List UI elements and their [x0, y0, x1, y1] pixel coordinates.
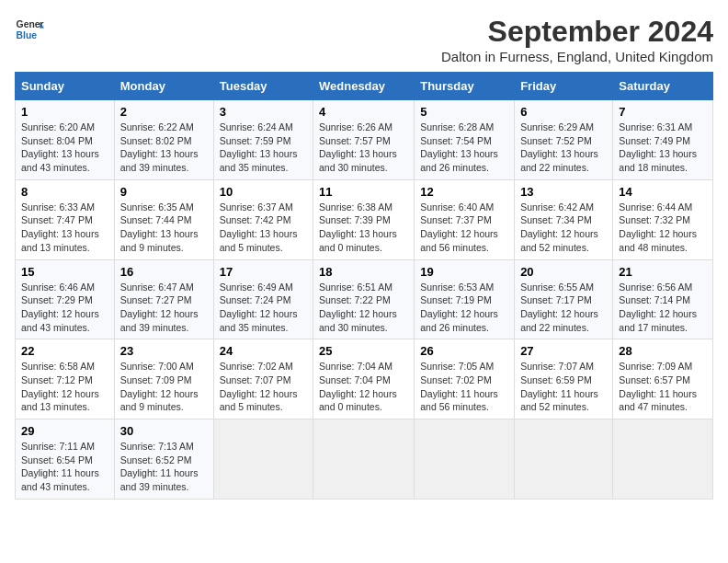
day-info: Sunrise: 6:33 AMSunset: 7:47 PMDaylight:…: [21, 201, 108, 255]
calendar-cell: [515, 419, 613, 500]
day-number: 18: [319, 265, 408, 279]
page-header: General Blue September 2024 Dalton in Fu…: [15, 15, 713, 64]
calendar-cell: 20Sunrise: 6:55 AMSunset: 7:17 PMDayligh…: [515, 259, 613, 339]
calendar-cell: 15Sunrise: 6:46 AMSunset: 7:29 PMDayligh…: [16, 259, 115, 339]
calendar-cell: 24Sunrise: 7:02 AMSunset: 7:07 PMDayligh…: [213, 339, 313, 419]
day-number: 3: [220, 105, 307, 119]
day-number: 19: [420, 265, 508, 279]
calendar-week-row: 1Sunrise: 6:20 AMSunset: 8:04 PMDaylight…: [16, 100, 713, 180]
calendar-cell: 4Sunrise: 6:26 AMSunset: 7:57 PMDaylight…: [313, 100, 415, 180]
calendar-cell: [213, 419, 313, 500]
calendar-week-row: 22Sunrise: 6:58 AMSunset: 7:12 PMDayligh…: [16, 339, 713, 419]
title-area: September 2024 Dalton in Furness, Englan…: [441, 15, 713, 64]
calendar-week-row: 29Sunrise: 7:11 AMSunset: 6:54 PMDayligh…: [16, 419, 713, 500]
column-header-monday: Monday: [114, 73, 213, 100]
day-number: 17: [220, 265, 307, 279]
day-info: Sunrise: 6:49 AMSunset: 7:24 PMDaylight:…: [220, 281, 307, 335]
month-title: September 2024: [441, 15, 713, 49]
day-info: Sunrise: 7:05 AMSunset: 7:02 PMDaylight:…: [420, 360, 508, 414]
day-number: 12: [420, 185, 508, 199]
calendar-cell: 5Sunrise: 6:28 AMSunset: 7:54 PMDaylight…: [415, 100, 515, 180]
calendar-week-row: 8Sunrise: 6:33 AMSunset: 7:47 PMDaylight…: [16, 179, 713, 259]
day-info: Sunrise: 6:51 AMSunset: 7:22 PMDaylight:…: [319, 281, 408, 335]
day-number: 13: [520, 185, 607, 199]
calendar-cell: 3Sunrise: 6:24 AMSunset: 7:59 PMDaylight…: [213, 100, 313, 180]
day-info: Sunrise: 6:37 AMSunset: 7:42 PMDaylight:…: [220, 201, 307, 255]
day-number: 27: [520, 344, 607, 358]
day-info: Sunrise: 6:20 AMSunset: 8:04 PMDaylight:…: [21, 121, 108, 175]
day-info: Sunrise: 7:02 AMSunset: 7:07 PMDaylight:…: [220, 360, 307, 414]
column-header-tuesday: Tuesday: [213, 73, 313, 100]
day-info: Sunrise: 6:26 AMSunset: 7:57 PMDaylight:…: [319, 121, 408, 175]
day-info: Sunrise: 6:53 AMSunset: 7:19 PMDaylight:…: [420, 281, 508, 335]
day-number: 7: [619, 105, 707, 119]
location-subtitle: Dalton in Furness, England, United Kingd…: [441, 49, 713, 64]
day-info: Sunrise: 6:31 AMSunset: 7:49 PMDaylight:…: [619, 121, 707, 175]
column-header-wednesday: Wednesday: [313, 73, 415, 100]
calendar-cell: 19Sunrise: 6:53 AMSunset: 7:19 PMDayligh…: [415, 259, 515, 339]
calendar-cell: 2Sunrise: 6:22 AMSunset: 8:02 PMDaylight…: [114, 100, 213, 180]
day-info: Sunrise: 6:28 AMSunset: 7:54 PMDaylight:…: [420, 121, 508, 175]
day-number: 10: [220, 185, 307, 199]
day-number: 9: [120, 185, 208, 199]
day-info: Sunrise: 6:46 AMSunset: 7:29 PMDaylight:…: [21, 281, 108, 335]
logo: General Blue: [15, 15, 44, 44]
column-header-thursday: Thursday: [415, 73, 515, 100]
calendar-cell: 13Sunrise: 6:42 AMSunset: 7:34 PMDayligh…: [515, 179, 613, 259]
calendar-cell: 18Sunrise: 6:51 AMSunset: 7:22 PMDayligh…: [313, 259, 415, 339]
calendar-body: 1Sunrise: 6:20 AMSunset: 8:04 PMDaylight…: [16, 100, 713, 500]
calendar-cell: 23Sunrise: 7:00 AMSunset: 7:09 PMDayligh…: [114, 339, 213, 419]
calendar-cell: [613, 419, 713, 500]
day-number: 29: [21, 424, 108, 438]
day-number: 4: [319, 105, 408, 119]
day-info: Sunrise: 6:29 AMSunset: 7:52 PMDaylight:…: [520, 121, 607, 175]
day-number: 14: [619, 185, 707, 199]
day-info: Sunrise: 7:13 AMSunset: 6:52 PMDaylight:…: [120, 440, 208, 494]
calendar-cell: 1Sunrise: 6:20 AMSunset: 8:04 PMDaylight…: [16, 100, 115, 180]
calendar-week-row: 15Sunrise: 6:46 AMSunset: 7:29 PMDayligh…: [16, 259, 713, 339]
calendar-cell: 8Sunrise: 6:33 AMSunset: 7:47 PMDaylight…: [16, 179, 115, 259]
day-number: 15: [21, 265, 108, 279]
day-info: Sunrise: 6:40 AMSunset: 7:37 PMDaylight:…: [420, 201, 508, 255]
day-info: Sunrise: 7:00 AMSunset: 7:09 PMDaylight:…: [120, 360, 208, 414]
calendar-cell: 26Sunrise: 7:05 AMSunset: 7:02 PMDayligh…: [415, 339, 515, 419]
column-header-saturday: Saturday: [613, 73, 713, 100]
day-info: Sunrise: 6:42 AMSunset: 7:34 PMDaylight:…: [520, 201, 607, 255]
day-number: 22: [21, 344, 108, 358]
day-number: 6: [520, 105, 607, 119]
day-number: 23: [120, 344, 208, 358]
calendar-cell: 7Sunrise: 6:31 AMSunset: 7:49 PMDaylight…: [613, 100, 713, 180]
day-info: Sunrise: 6:35 AMSunset: 7:44 PMDaylight:…: [120, 201, 208, 255]
day-info: Sunrise: 7:04 AMSunset: 7:04 PMDaylight:…: [319, 360, 408, 414]
day-number: 25: [319, 344, 408, 358]
svg-text:Blue: Blue: [17, 30, 38, 40]
calendar-cell: [313, 419, 415, 500]
day-info: Sunrise: 7:11 AMSunset: 6:54 PMDaylight:…: [21, 440, 108, 494]
calendar-cell: 6Sunrise: 6:29 AMSunset: 7:52 PMDaylight…: [515, 100, 613, 180]
day-info: Sunrise: 6:38 AMSunset: 7:39 PMDaylight:…: [319, 201, 408, 255]
calendar-table: SundayMondayTuesdayWednesdayThursdayFrid…: [15, 72, 713, 500]
calendar-cell: 12Sunrise: 6:40 AMSunset: 7:37 PMDayligh…: [415, 179, 515, 259]
calendar-cell: 14Sunrise: 6:44 AMSunset: 7:32 PMDayligh…: [613, 179, 713, 259]
calendar-cell: 29Sunrise: 7:11 AMSunset: 6:54 PMDayligh…: [16, 419, 115, 500]
day-info: Sunrise: 6:44 AMSunset: 7:32 PMDaylight:…: [619, 201, 707, 255]
calendar-cell: 25Sunrise: 7:04 AMSunset: 7:04 PMDayligh…: [313, 339, 415, 419]
day-info: Sunrise: 6:55 AMSunset: 7:17 PMDaylight:…: [520, 281, 607, 335]
calendar-cell: 30Sunrise: 7:13 AMSunset: 6:52 PMDayligh…: [114, 419, 213, 500]
day-info: Sunrise: 6:47 AMSunset: 7:27 PMDaylight:…: [120, 281, 208, 335]
day-number: 21: [619, 265, 707, 279]
calendar-cell: 16Sunrise: 6:47 AMSunset: 7:27 PMDayligh…: [114, 259, 213, 339]
day-number: 20: [520, 265, 607, 279]
calendar-cell: 28Sunrise: 7:09 AMSunset: 6:57 PMDayligh…: [613, 339, 713, 419]
day-info: Sunrise: 6:58 AMSunset: 7:12 PMDaylight:…: [21, 360, 108, 414]
day-number: 1: [21, 105, 108, 119]
calendar-cell: [415, 419, 515, 500]
day-number: 30: [120, 424, 208, 438]
day-number: 24: [220, 344, 307, 358]
calendar-header-row: SundayMondayTuesdayWednesdayThursdayFrid…: [16, 73, 713, 100]
day-number: 26: [420, 344, 508, 358]
day-info: Sunrise: 7:07 AMSunset: 6:59 PMDaylight:…: [520, 360, 607, 414]
calendar-cell: 11Sunrise: 6:38 AMSunset: 7:39 PMDayligh…: [313, 179, 415, 259]
day-number: 5: [420, 105, 508, 119]
day-info: Sunrise: 7:09 AMSunset: 6:57 PMDaylight:…: [619, 360, 707, 414]
